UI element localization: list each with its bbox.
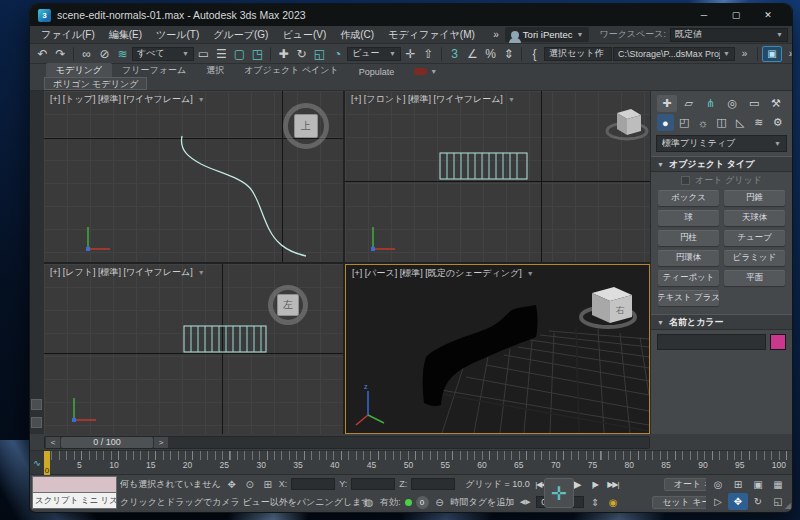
- viewport-label-perspective[interactable]: [+] [パース] [標準] [既定のシェーディング] ▼: [352, 267, 534, 280]
- y-coordinate-input[interactable]: [351, 478, 395, 490]
- viewport-left[interactable]: 左 [+] [レフト] [標準] [ワイヤフレーム] ▼: [44, 264, 343, 434]
- flipped-normals-mesh[interactable]: [423, 305, 538, 406]
- viewcube[interactable]: 右: [581, 287, 635, 327]
- create-tab-icon[interactable]: ✚: [657, 95, 677, 112]
- minimize-button[interactable]: ─: [688, 4, 720, 26]
- select-and-manipulate-icon[interactable]: ⇧: [420, 45, 437, 62]
- menu-item-4[interactable]: ビュー(V): [275, 28, 333, 42]
- viewport-perspective[interactable]: 右 z [+] [パース] [標準] [既定のシェーディング] ▼: [345, 264, 650, 434]
- reference-coordinate-dropdown[interactable]: ビュー ▼: [347, 47, 401, 61]
- next-frame-icon[interactable]: |▶: [588, 477, 602, 491]
- helpers-category-icon[interactable]: ◺: [732, 114, 749, 131]
- viewcube-face[interactable]: 上: [294, 114, 318, 138]
- viewport-label-front[interactable]: [+] [フロント] [標準] [ワイヤフレーム] ▼: [351, 93, 515, 106]
- select-and-move-icon[interactable]: ✚: [275, 45, 292, 62]
- zoom-extents-all-icon[interactable]: ▦: [768, 476, 788, 493]
- workspace-dropdown[interactable]: 既定値 ▼: [670, 28, 788, 42]
- listener-script-pane[interactable]: スクリプト ミニ リス: [32, 493, 117, 509]
- z-coordinate-input[interactable]: [411, 478, 455, 490]
- selection-region-icon[interactable]: ▢: [231, 45, 248, 62]
- previous-frame-button[interactable]: <: [46, 437, 60, 448]
- frame-step-icon[interactable]: ◀▶: [518, 498, 532, 506]
- orbit-icon[interactable]: ↻: [748, 493, 768, 510]
- time-slider-track[interactable]: < 0 / 100 >: [44, 436, 650, 449]
- timeline-ruler[interactable]: 0510152025303540455055606570758085909510…: [44, 451, 787, 474]
- viewport-front[interactable]: [+] [フロント] [標準] [ワイヤフレーム] ▼: [345, 91, 650, 262]
- absolute-mode-icon[interactable]: ⊞: [261, 479, 275, 490]
- name-color-rollout-header[interactable]: ▼ 名前とカラー: [651, 314, 792, 330]
- select-object-icon[interactable]: ▭: [195, 45, 212, 62]
- autogrid-checkbox[interactable]: [681, 176, 690, 185]
- menu-item-6[interactable]: モディファイヤ(M): [381, 28, 482, 42]
- communication-center-icon[interactable]: ◍: [362, 497, 376, 508]
- filter-funnel-icon[interactable]: ▼: [527, 270, 534, 277]
- time-tag-label[interactable]: 時間タグを追加: [451, 496, 515, 509]
- toolbar-overflow-button[interactable]: »: [783, 45, 792, 62]
- systems-category-icon[interactable]: ⚙: [769, 114, 786, 131]
- viewcube-face[interactable]: 左: [277, 294, 299, 316]
- filter-funnel-icon[interactable]: ▼: [198, 269, 205, 276]
- viewcube[interactable]: 左: [267, 284, 309, 326]
- x-coordinate-input[interactable]: [291, 478, 335, 490]
- key-mode-icon[interactable]: ◉: [606, 497, 620, 508]
- filter-funnel-icon[interactable]: ▼: [508, 96, 515, 103]
- maximize-button[interactable]: ▢: [720, 4, 752, 26]
- motion-tab-icon[interactable]: ◎: [722, 95, 742, 112]
- polygon-modeling-panel-button[interactable]: ポリゴン モデリング: [44, 77, 147, 90]
- time-slider-handle[interactable]: 0 / 100: [61, 437, 153, 448]
- cameras-category-icon[interactable]: ◫: [713, 114, 730, 131]
- signin-user-menu[interactable]: Tori iPentec ▼: [505, 27, 590, 42]
- select-by-name-icon[interactable]: ☰: [213, 45, 230, 62]
- unlink-selection-icon[interactable]: ⊘: [96, 45, 113, 62]
- object-name-input[interactable]: [657, 334, 766, 350]
- ribbon-tab-4[interactable]: Populate: [349, 66, 405, 77]
- open-mini-curve-editor-icon[interactable]: ∿: [30, 451, 44, 475]
- box-wireframe-object[interactable]: [345, 91, 650, 262]
- next-frame-button[interactable]: >: [154, 437, 168, 448]
- snap-toggle-3d-icon[interactable]: 3: [446, 45, 463, 62]
- edit-named-selection-sets-icon[interactable]: {: [526, 45, 543, 62]
- select-and-place-icon[interactable]: ◔: [329, 45, 346, 62]
- mini-script-listener[interactable]: スクリプト ミニ リス: [32, 476, 117, 510]
- ribbon-tab-0[interactable]: モデリング: [46, 63, 112, 77]
- space-warps-category-icon[interactable]: ≋: [751, 114, 768, 131]
- object-type-button-3[interactable]: 天球体: [724, 210, 785, 226]
- selection-lock-icon[interactable]: ⊙: [243, 479, 257, 490]
- spinner-snap-icon[interactable]: ⇕: [500, 45, 517, 62]
- ribbon-tab-2[interactable]: 選択: [196, 63, 234, 77]
- display-tab-icon[interactable]: ▭: [744, 95, 764, 112]
- zoom-extents-icon[interactable]: ▣: [748, 476, 768, 493]
- menu-item-3[interactable]: グループ(G): [206, 28, 275, 42]
- side-strip-icon[interactable]: [31, 417, 42, 428]
- object-type-button-7[interactable]: ピラミッド: [724, 250, 785, 266]
- use-pivot-center-icon[interactable]: ✛: [402, 45, 419, 62]
- ribbon-tab-3[interactable]: オブジェクト ペイント: [234, 63, 349, 77]
- filter-funnel-icon[interactable]: ▼: [198, 96, 205, 103]
- maximize-viewport-icon[interactable]: ◱: [768, 493, 788, 510]
- viewport-label-text[interactable]: [+] [トップ] [標準] [ワイヤフレーム]: [50, 93, 193, 106]
- utilities-tab-icon[interactable]: ⚒: [766, 95, 786, 112]
- viewport-label-text[interactable]: [+] [パース] [標準] [既定のシェーディング]: [352, 267, 522, 280]
- side-strip-icon[interactable]: [31, 399, 42, 410]
- project-folder-dropdown[interactable]: C:\Storage\P...dsMax Project ▼: [613, 47, 735, 61]
- shapes-category-icon[interactable]: ◰: [676, 114, 693, 131]
- selection-filter-dropdown[interactable]: すべて ▼: [132, 47, 194, 61]
- notification-counter[interactable]: 0: [416, 496, 429, 509]
- viewport-label-left[interactable]: [+] [レフト] [標準] [ワイヤフレーム] ▼: [50, 266, 205, 279]
- menu-item-2[interactable]: ツール(T): [149, 28, 206, 42]
- object-type-button-9[interactable]: 平面: [724, 270, 785, 286]
- object-type-button-1[interactable]: 円錐: [724, 190, 785, 206]
- hierarchy-tab-icon[interactable]: ⋔: [701, 95, 721, 112]
- ribbon-tab-1[interactable]: フリーフォーム: [112, 63, 196, 77]
- pan-icon[interactable]: ✥: [728, 493, 748, 510]
- auto-key-button[interactable]: オート キー: [664, 478, 706, 491]
- set-key-button[interactable]: セット キー: [652, 496, 706, 509]
- modify-tab-icon[interactable]: ▱: [679, 95, 699, 112]
- viewport-label-top[interactable]: [+] [トップ] [標準] [ワイヤフレーム] ▼: [50, 93, 205, 106]
- viewport-top[interactable]: 上 [+] [トップ] [標準] [ワイヤフレーム] ▼: [44, 91, 343, 262]
- ribbon-config-dropdown[interactable]: ▼: [414, 68, 437, 77]
- object-type-button-10[interactable]: テキスト プラス: [658, 290, 719, 306]
- set-keys-big-button[interactable]: ✛: [544, 478, 574, 508]
- listener-macro-pane[interactable]: [32, 476, 117, 493]
- menu-overflow-button[interactable]: »: [487, 29, 505, 40]
